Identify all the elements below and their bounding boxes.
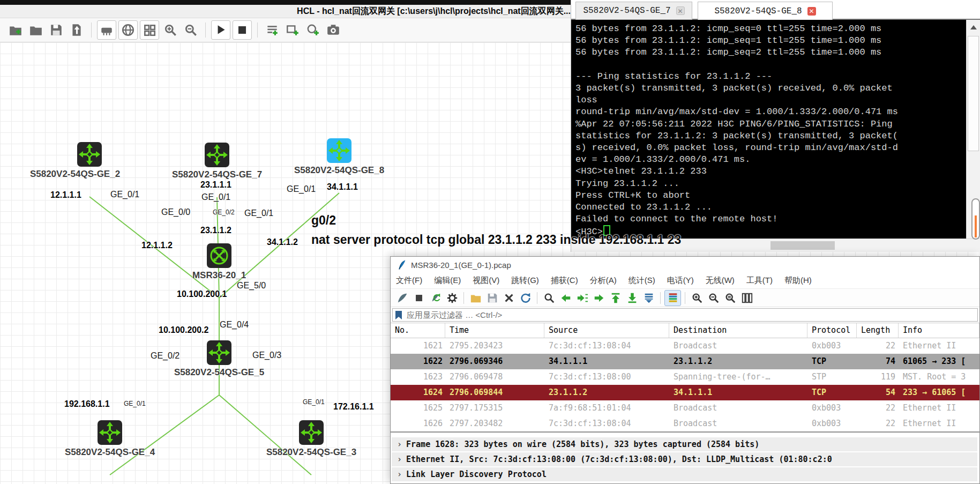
stop-capture-icon[interactable]	[411, 291, 427, 306]
export-topology-icon[interactable]	[68, 21, 86, 39]
device-s5820v2-54qs-ge-8[interactable]	[327, 138, 351, 163]
wireshark-window: MSR36-20_1(GE_0-1).pcap 文件(F)编辑(E)视图(V)跳…	[390, 256, 980, 484]
packet-cell-no: 1626	[391, 416, 445, 431]
last-packet-icon[interactable]	[624, 291, 640, 306]
topology-view-icon[interactable]	[118, 20, 138, 40]
reload-file-icon[interactable]	[518, 291, 533, 306]
detail-row[interactable]: ›Ethernet II, Src: 7c:3d:cf:13:08:00 (7c…	[392, 452, 977, 466]
scroll-up-icon[interactable]	[970, 25, 977, 29]
expand-chevron-icon[interactable]: ›	[397, 455, 402, 464]
packet-row[interactable]: 16262797.2034827c:3d:cf:13:08:04Broadcas…	[391, 416, 979, 431]
column-header-no[interactable]: No.	[391, 323, 445, 338]
menu-item[interactable]: 编辑(E)	[434, 275, 461, 286]
capture-options-icon[interactable]	[444, 291, 460, 306]
zoom-out-icon[interactable]	[706, 291, 721, 306]
start-capture-icon[interactable]	[394, 291, 410, 306]
resize-columns-icon[interactable]	[739, 291, 754, 306]
first-packet-icon[interactable]	[608, 291, 623, 306]
restart-capture-icon[interactable]	[428, 291, 443, 306]
packet-cell-time: 2797.175315	[445, 400, 544, 416]
autoscroll-icon[interactable]	[641, 291, 656, 306]
expand-chevron-icon[interactable]: ›	[397, 470, 402, 479]
packet-row[interactable]: 16232796.0694787c:3d:cf:13:08:00Spanning…	[391, 369, 979, 385]
ip-label: 10.100.200.1	[177, 289, 227, 299]
display-filter-field[interactable]	[392, 308, 978, 322]
packet-cell-destination: Broadcast	[669, 400, 807, 416]
column-header-info[interactable]: Info	[899, 323, 979, 338]
ip-label: 23.1.1.2	[200, 226, 231, 235]
toolbar-separator	[660, 292, 661, 304]
device-s5820v2-54qs-ge-7[interactable]	[205, 143, 229, 167]
packet-cell-protocol: 0xb003	[807, 416, 857, 431]
menu-item[interactable]: 捕获(C)	[551, 275, 578, 286]
packet-cell-destination: Spanning-tree-(for-…	[669, 369, 807, 385]
menu-item[interactable]: 工具(T)	[746, 275, 773, 286]
terminal-screen[interactable]: 56 bytes from 23.1.1.2: icmp_seq=0 ttl=2…	[571, 20, 966, 239]
column-header-protocol[interactable]: Protocol	[807, 323, 857, 338]
terminal-tab-s5820v2-54qs-ge-8[interactable]: S5820V2-54QS-GE_8 ✕	[698, 2, 833, 20]
menu-item[interactable]: 跳转(G)	[511, 275, 539, 286]
menu-item[interactable]: 分析(A)	[590, 275, 617, 286]
packet-list-header[interactable]: No.TimeSourceDestinationProtocolLengthIn…	[391, 323, 979, 338]
detail-row[interactable]: ›Frame 1628: 323 bytes on wire (2584 bit…	[392, 437, 977, 451]
next-packet-icon[interactable]	[574, 291, 590, 306]
packet-cell-no: 1622	[391, 354, 445, 369]
interface-label: GE_0/1	[287, 184, 316, 194]
display-filter-input[interactable]	[406, 310, 977, 320]
packet-row[interactable]: 16242796.06984423.1.1.234.1.1.1TCP54233 …	[391, 385, 979, 400]
zoom-reset-icon[interactable]	[722, 291, 738, 306]
stop-devices-icon[interactable]	[233, 20, 252, 40]
menu-item[interactable]: 帮助(H)	[784, 275, 812, 286]
close-file-icon[interactable]	[501, 291, 517, 306]
ip-label: 172.16.1.1	[333, 402, 374, 412]
expand-chevron-icon[interactable]: ›	[397, 440, 402, 449]
scrollbar-thumb[interactable]	[968, 36, 979, 151]
new-topology-icon[interactable]	[6, 21, 25, 39]
packet-row[interactable]: 16212795.2034237c:3d:cf:13:08:04Broadcas…	[391, 338, 979, 354]
menu-item[interactable]: 无线(W)	[706, 275, 735, 286]
save-topology-icon[interactable]	[47, 21, 65, 39]
zoom-in-icon[interactable]	[689, 291, 705, 306]
screen: S5820V2-54QS-GE_2S5820V2-54QS-GE_7S5820V…	[0, 0, 980, 484]
grid-layout-icon[interactable]	[140, 20, 159, 40]
detail-row[interactable]: ›Link Layer Discovery Protocol	[392, 467, 977, 481]
scrollbar-thumb[interactable]	[770, 241, 835, 250]
menu-item[interactable]: 电话(Y)	[667, 275, 694, 286]
device-s5820v2-54qs-ge-5[interactable]	[207, 340, 231, 365]
start-devices-icon[interactable]	[211, 20, 230, 40]
screenshot-icon[interactable]	[324, 21, 342, 39]
terminal-tab-s5820v2-54qs-ge-7[interactable]: S5820V2-54QS-GE_7 ✕	[575, 2, 692, 20]
packet-row[interactable]: 16252797.1753157a:f9:68:51:01:04Broadcas…	[391, 400, 979, 416]
save-file-icon[interactable]	[484, 291, 500, 306]
close-tab-icon[interactable]: ✕	[807, 7, 816, 16]
menu-item[interactable]: 统计(S)	[629, 275, 655, 286]
column-header-source[interactable]: Source	[544, 323, 669, 338]
find-packet-icon[interactable]	[541, 291, 557, 306]
add-note-icon[interactable]	[263, 21, 281, 39]
close-tab-icon[interactable]: ✕	[676, 6, 685, 15]
goto-packet-icon[interactable]	[591, 291, 607, 306]
column-header-length[interactable]: Length	[857, 323, 899, 338]
zoom-in-icon[interactable]	[161, 21, 179, 39]
add-textbox-icon[interactable]	[283, 21, 302, 39]
packet-row[interactable]: 16222796.06934634.1.1.123.1.1.2TCP746106…	[391, 354, 979, 369]
menu-item[interactable]: 文件(F)	[396, 275, 422, 286]
interface-label: GE_0/1	[124, 400, 146, 407]
device-s5820v2-54qs-ge-4[interactable]	[98, 420, 122, 445]
add-device-icon[interactable]	[97, 20, 116, 40]
zoom-out-icon[interactable]	[182, 21, 200, 39]
previous-packet-icon[interactable]	[558, 291, 573, 306]
device-msr36-20-1[interactable]	[207, 243, 231, 268]
column-header-destination[interactable]: Destination	[669, 323, 807, 338]
device-s5820v2-54qs-ge-3[interactable]	[299, 420, 324, 445]
menu-item[interactable]: 视图(V)	[473, 275, 499, 286]
open-topology-icon[interactable]	[27, 21, 45, 39]
add-shape-icon[interactable]	[304, 21, 322, 39]
open-file-icon[interactable]	[468, 291, 483, 306]
device-s5820v2-54qs-ge-2[interactable]	[77, 142, 102, 167]
canvas-scroll-indicator[interactable]	[971, 198, 980, 240]
interface-label: GE_0/1	[244, 209, 273, 218]
column-header-time[interactable]: Time	[445, 323, 544, 338]
colorize-icon[interactable]	[664, 290, 681, 306]
interface-label: GE_0/0	[161, 207, 190, 217]
